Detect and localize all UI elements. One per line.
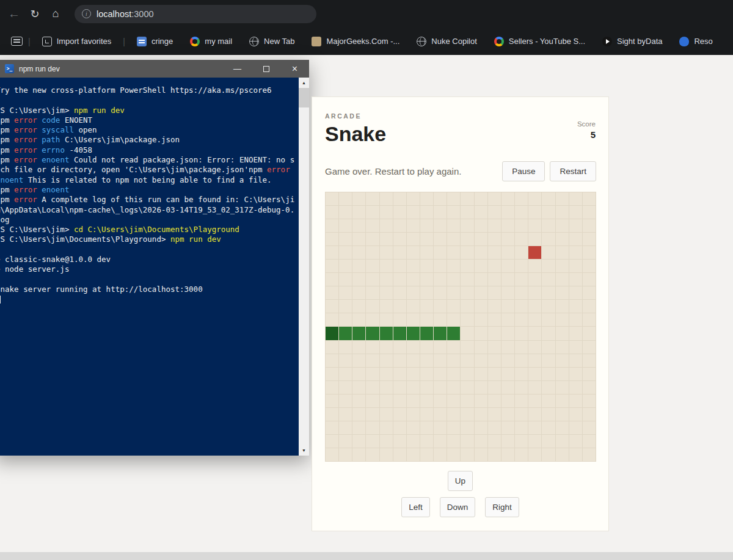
direction-controls: Up Left Down Right — [312, 471, 608, 517]
board-cell — [542, 273, 555, 286]
collections-icon[interactable] — [11, 37, 23, 46]
board-cell — [352, 246, 365, 259]
board-cell — [326, 286, 338, 299]
board-cell — [528, 368, 541, 380]
board-cell — [569, 206, 582, 219]
powershell-icon — [5, 64, 14, 73]
right-button[interactable]: Right — [485, 497, 519, 517]
pause-button[interactable]: Pause — [502, 161, 545, 181]
globe-icon — [417, 37, 426, 46]
board-cell — [434, 192, 447, 205]
terminal-scrollbar[interactable]: ▲ ▼ — [299, 78, 309, 456]
snake-cell — [352, 327, 365, 340]
board-cell — [569, 246, 582, 259]
board-cell — [475, 354, 487, 367]
down-button[interactable]: Down — [440, 497, 476, 517]
board-cell — [420, 448, 433, 461]
bookmark-label: Import favorites — [57, 37, 112, 46]
board-cell — [501, 300, 514, 313]
bookmark-item[interactable]: Nuke Copilot — [408, 27, 485, 55]
board-cell — [501, 435, 514, 448]
board-cell — [326, 313, 338, 326]
bookmark-item[interactable]: Sight byData — [594, 27, 671, 55]
board-cell — [339, 354, 352, 367]
site-info-icon[interactable] — [82, 9, 91, 18]
board-cell — [488, 206, 501, 219]
board-cell — [461, 206, 473, 219]
board-cell — [339, 368, 352, 380]
board-cell — [542, 381, 555, 394]
board-cell — [326, 206, 338, 219]
left-button[interactable]: Left — [401, 497, 430, 517]
board-cell — [488, 327, 501, 340]
board-cell — [434, 354, 447, 367]
terminal-line — [0, 245, 309, 255]
board-cell — [556, 421, 569, 434]
board-cell — [556, 233, 569, 245]
back-button[interactable]: ← — [4, 4, 24, 24]
terminal-titlebar[interactable]: npm run dev — × — [0, 60, 309, 78]
bookmark-item[interactable]: Import favorites — [34, 27, 120, 55]
board-cell — [326, 381, 338, 394]
terminal-line: > node server.js — [0, 264, 309, 274]
snake-cell — [407, 327, 420, 340]
board-cell — [583, 341, 596, 354]
page-title: Snake — [325, 123, 386, 145]
board-cell — [488, 448, 501, 461]
bookmark-item[interactable]: my mail — [181, 27, 241, 55]
bookmarks-separator: | — [120, 37, 128, 46]
board-cell — [434, 341, 447, 354]
address-bar[interactable]: localhost:3000 — [75, 5, 316, 23]
board-cell — [488, 219, 501, 232]
minimize-icon[interactable]: — — [223, 60, 252, 78]
bookmark-item[interactable]: MajorGeeks.Com -... — [303, 27, 408, 55]
scroll-up-icon[interactable]: ▲ — [299, 78, 309, 88]
board-cell — [515, 300, 528, 313]
close-icon[interactable]: × — [280, 60, 309, 78]
board-cell — [542, 408, 555, 421]
bookmark-label: Sellers - YouTube S... — [509, 37, 585, 46]
refresh-button[interactable]: ↻ — [24, 4, 45, 24]
board-cell — [515, 206, 528, 219]
board-cell — [420, 206, 433, 219]
board-cell — [366, 408, 379, 421]
restart-button[interactable]: Restart — [550, 161, 596, 181]
board-cell — [420, 273, 433, 286]
maximize-icon[interactable] — [252, 60, 280, 78]
board-cell — [434, 219, 447, 232]
board-cell — [475, 327, 487, 340]
bookmark-item[interactable]: Reso — [671, 27, 721, 55]
terminal-line: enoent This is related to npm not being … — [0, 175, 309, 185]
board-cell — [461, 448, 473, 461]
board-cell — [339, 273, 352, 286]
board-cell — [380, 368, 393, 380]
home-button[interactable]: ⌂ — [45, 4, 66, 24]
board-cell — [380, 192, 393, 205]
up-button[interactable]: Up — [448, 471, 473, 491]
board-cell — [393, 448, 406, 461]
board-cell — [501, 421, 514, 434]
bookmark-item[interactable]: New Tab — [241, 27, 303, 55]
board-cell — [501, 381, 514, 394]
board-cell — [528, 448, 541, 461]
board-cell — [434, 273, 447, 286]
board-cell — [501, 395, 514, 407]
terminal-line: log — [0, 215, 309, 225]
arcade-kicker: ARCADE — [325, 112, 362, 120]
terminal-line: npm error errno -4058 — [0, 145, 309, 155]
bookmark-item[interactable]: Sellers - YouTube S... — [486, 27, 594, 55]
board-cell — [461, 286, 473, 299]
board-cell — [434, 368, 447, 380]
board-cell — [461, 381, 473, 394]
board-cell — [569, 408, 582, 421]
scrollbar-thumb[interactable] — [299, 88, 309, 107]
scroll-down-icon[interactable]: ▼ — [299, 445, 309, 456]
bookmark-item[interactable]: cringe — [128, 27, 181, 55]
browser-topbar: ← ↻ ⌂ localhost:3000 — [0, 0, 733, 27]
board-cell — [326, 421, 338, 434]
board-cell — [407, 435, 420, 448]
board-cell — [420, 395, 433, 407]
board-cell — [339, 206, 352, 219]
board-cell — [488, 246, 501, 259]
board-cell — [420, 435, 433, 448]
